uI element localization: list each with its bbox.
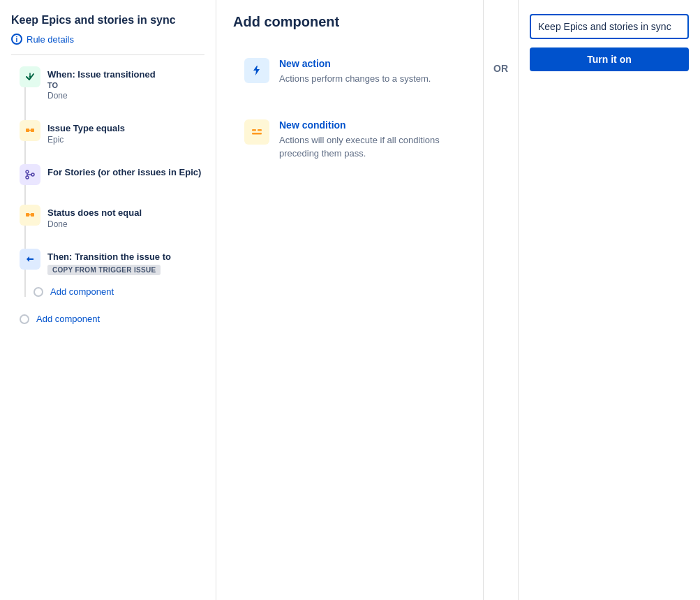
condition2-title: Status does not equal: [47, 207, 204, 218]
middle-panel: Add component New action Actions perform…: [216, 0, 484, 600]
timeline-item-trigger[interactable]: When: Issue transitioned TO Done: [20, 66, 204, 101]
new-action-title: New action: [279, 58, 431, 69]
timeline-item-condition2[interactable]: Status does not equal Done: [20, 205, 204, 229]
timeline: When: Issue transitioned TO Done Issue T…: [11, 66, 204, 297]
rule-details-row[interactable]: i Rule details: [11, 34, 204, 55]
middle-panel-title: Add component: [233, 14, 466, 30]
trigger-sub1: TO: [47, 81, 204, 89]
add-component-inner-label: Add component: [50, 286, 114, 297]
add-component-outer-label: Add component: [36, 314, 100, 324]
condition1-title: Issue Type equals: [47, 123, 204, 133]
branch-content: For Stories (or other issues in Epic): [47, 164, 204, 177]
add-component-inner[interactable]: Add component: [25, 286, 204, 297]
turn-it-on-button[interactable]: Turn it on: [530, 47, 689, 71]
right-panel: Turn it on: [519, 0, 700, 600]
trigger-sub2: Done: [47, 91, 204, 101]
new-action-card[interactable]: New action Actions perform changes to a …: [233, 47, 466, 97]
condition2-sub2: Done: [47, 219, 204, 229]
svg-rect-9: [258, 129, 262, 131]
add-component-inner-circle: [33, 287, 43, 297]
trigger-content: When: Issue transitioned TO Done: [47, 66, 204, 101]
or-label: OR: [493, 63, 508, 74]
action-title: Then: Transition the issue to: [47, 251, 204, 262]
new-condition-card[interactable]: New condition Actions will only execute …: [233, 108, 466, 172]
add-component-outer[interactable]: Add component: [11, 314, 204, 324]
info-icon: i: [11, 34, 22, 45]
new-action-desc: Actions perform changes to a system.: [279, 72, 431, 86]
new-condition-desc: Actions will only execute if all conditi…: [279, 133, 455, 161]
timeline-item-branch[interactable]: For Stories (or other issues in Epic): [20, 164, 204, 185]
rule-title: Keep Epics and stories in sync: [11, 14, 204, 27]
new-action-icon: [244, 58, 269, 83]
add-component-outer-circle: [20, 314, 29, 324]
branch-icon: [20, 164, 40, 185]
rule-name-input[interactable]: [530, 14, 689, 39]
timeline-item-action[interactable]: Then: Transition the issue to COPY FROM …: [20, 249, 204, 275]
svg-rect-8: [252, 129, 256, 131]
or-divider: OR: [484, 0, 519, 600]
action-icon: [20, 249, 40, 270]
action-content: Then: Transition the issue to COPY FROM …: [47, 249, 204, 275]
new-action-text: New action Actions perform changes to a …: [279, 58, 431, 86]
action-badge: COPY FROM TRIGGER ISSUE: [47, 265, 161, 275]
new-condition-icon: [244, 119, 269, 145]
timeline-item-condition1[interactable]: Issue Type equals Epic: [20, 120, 204, 145]
condition2-icon: [20, 205, 40, 226]
branch-title: For Stories (or other issues in Epic): [47, 167, 204, 177]
new-condition-title: New condition: [279, 119, 455, 131]
condition1-content: Issue Type equals Epic: [47, 120, 204, 145]
new-condition-text: New condition Actions will only execute …: [279, 119, 455, 161]
condition1-icon: [20, 120, 40, 141]
condition2-content: Status does not equal Done: [47, 205, 204, 229]
rule-details-label: Rule details: [27, 34, 74, 45]
svg-rect-10: [252, 133, 262, 135]
left-panel: Keep Epics and stories in sync i Rule de…: [0, 0, 216, 600]
condition1-sub2: Epic: [47, 135, 204, 145]
trigger-title: When: Issue transitioned: [47, 69, 204, 80]
trigger-icon: [20, 66, 40, 87]
svg-point-0: [29, 76, 31, 78]
